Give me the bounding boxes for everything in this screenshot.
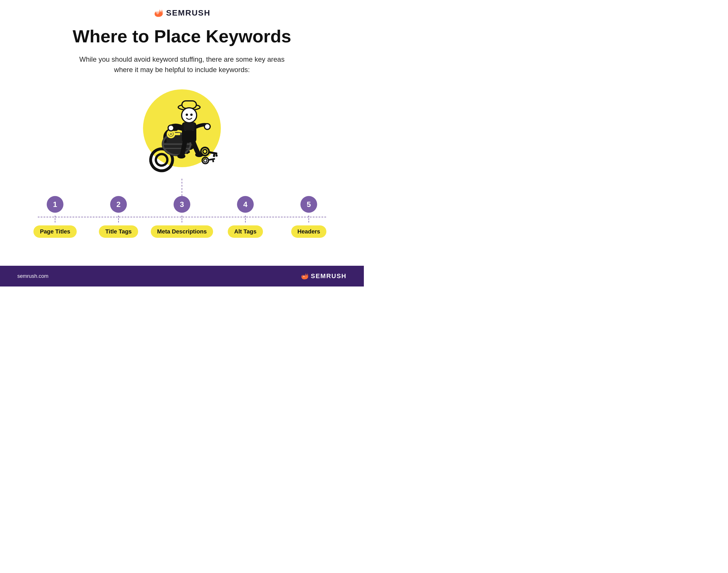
svg-rect-16: [208, 158, 215, 161]
semrush-flame-icon: [153, 8, 163, 18]
logo-container: SEMRUSH: [153, 8, 210, 18]
timeline-node-5: 5 Headers: [277, 196, 341, 238]
header-logo-text: SEMRUSH: [166, 8, 210, 17]
node-label-2: Title Tags: [99, 225, 138, 238]
svg-point-15: [204, 159, 207, 163]
node-connector-5: [309, 216, 309, 222]
svg-rect-12: [213, 154, 215, 157]
timeline-node-1: 1 Page Titles: [23, 196, 87, 238]
footer: semrush.com SEMRUSH: [0, 266, 364, 286]
vertical-dashed-line: [181, 179, 182, 196]
node-circle-1: 1: [47, 196, 63, 213]
node-label-5: Headers: [291, 225, 327, 238]
svg-point-2: [157, 13, 158, 13]
node-label-1: Page Titles: [34, 225, 76, 238]
footer-flame-icon: [301, 272, 309, 280]
svg-point-36: [204, 124, 210, 129]
node-connector-2: [118, 216, 119, 222]
main-content: Where to Place Keywords While you should…: [0, 21, 364, 266]
node-connector-4: [245, 216, 246, 222]
svg-point-29: [186, 114, 188, 116]
footer-logo: SEMRUSH: [301, 272, 347, 280]
footer-logo-text: SEMRUSH: [311, 272, 347, 280]
svg-rect-34: [184, 122, 195, 130]
svg-rect-13: [215, 155, 218, 157]
timeline-section: 1 Page Titles 2 Title Tags 3: [23, 196, 341, 244]
svg-point-30: [190, 114, 193, 116]
svg-point-38: [195, 152, 203, 157]
node-circle-5: 5: [301, 196, 317, 213]
timeline-row: 1 Page Titles 2 Title Tags 3: [23, 196, 341, 238]
node-circle-2: 2: [110, 196, 127, 213]
svg-point-35: [168, 125, 174, 131]
footer-url: semrush.com: [17, 273, 48, 279]
svg-point-14: [202, 157, 209, 164]
node-circle-4: 4: [237, 196, 254, 213]
subtitle-text: While you should avoid keyword stuffing,…: [72, 54, 292, 75]
illustration-svg: [136, 87, 228, 179]
node-label-3: Meta Descriptions: [151, 225, 213, 238]
svg-point-40: [304, 276, 305, 277]
timeline-node-4: 4 Alt Tags: [214, 196, 277, 238]
node-circle-3: 3: [173, 196, 190, 213]
svg-rect-25: [174, 133, 180, 135]
page-wrapper: SEMRUSH Where to Place Keywords While yo…: [0, 0, 364, 286]
svg-rect-17: [212, 160, 214, 163]
svg-point-28: [181, 108, 197, 123]
illustration-area: [23, 87, 341, 179]
page-title: Where to Place Keywords: [73, 27, 291, 46]
timeline-node-3: 3 Meta Descriptions: [150, 196, 214, 238]
timeline-node-2: 2 Title Tags: [87, 196, 150, 238]
svg-point-37: [177, 154, 186, 159]
header: SEMRUSH: [0, 0, 364, 21]
node-label-4: Alt Tags: [228, 225, 263, 238]
node-connector-3: [181, 216, 182, 222]
node-connector-1: [55, 216, 55, 222]
